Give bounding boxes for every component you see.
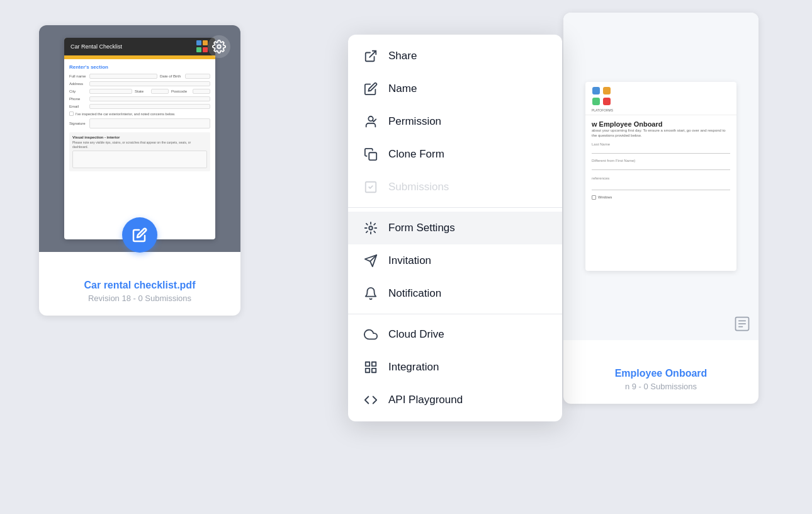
menu-item-integration[interactable]: Integration bbox=[348, 351, 562, 384]
form-settings-label: Form Settings bbox=[388, 222, 455, 234]
left-card-preview: Car Rental Checklist Renter's section Fu… bbox=[39, 25, 240, 252]
menu-item-share[interactable]: Share bbox=[348, 40, 562, 72]
integration-label: Integration bbox=[388, 361, 439, 374]
clone-label: Clone Form bbox=[388, 148, 444, 161]
right-form-inner: PLATOFORMS w Employee Onboard about your… bbox=[585, 82, 736, 271]
svg-line-5 bbox=[369, 51, 376, 57]
submissions-icon bbox=[363, 180, 378, 195]
menu-item-form-settings[interactable]: Form Settings bbox=[348, 212, 562, 244]
submissions-label: Submissions bbox=[388, 181, 449, 193]
cloud-drive-icon bbox=[363, 327, 378, 342]
checkbox-text: I've inspected the car exterior/interior… bbox=[76, 112, 175, 116]
menu-item-notification[interactable]: Notification bbox=[348, 277, 562, 310]
name-icon bbox=[363, 81, 378, 96]
menu-divider-2 bbox=[348, 314, 562, 314]
svg-rect-14 bbox=[366, 368, 369, 372]
svg-point-9 bbox=[369, 226, 373, 230]
share-label: Share bbox=[388, 50, 417, 62]
invitation-label: Invitation bbox=[388, 254, 431, 267]
menu-divider-1 bbox=[348, 207, 562, 208]
visual-section: Visual inspection - interior Please note… bbox=[69, 132, 210, 171]
share-icon bbox=[363, 49, 378, 64]
form-preview: Car Rental Checklist Renter's section Fu… bbox=[64, 38, 215, 239]
cloud-drive-label: Cloud Drive bbox=[388, 328, 444, 341]
menu-item-api[interactable]: API Playground bbox=[348, 384, 562, 416]
permission-label: Permission bbox=[388, 115, 441, 128]
name-label: Name bbox=[388, 83, 417, 95]
menu-item-cloud-drive[interactable]: Cloud Drive bbox=[348, 318, 562, 351]
form-preview-title: Car Rental Checklist bbox=[70, 43, 122, 50]
notification-icon bbox=[363, 286, 378, 301]
svg-rect-7 bbox=[369, 152, 376, 160]
permission-icon bbox=[363, 114, 378, 129]
svg-rect-15 bbox=[372, 368, 376, 372]
left-card-subtitle: Revision 18 - 0 Submissions bbox=[49, 294, 230, 303]
left-card-title: Car rental checklist.pdf bbox=[49, 280, 230, 291]
clone-icon bbox=[363, 147, 378, 162]
menu-item-name[interactable]: Name bbox=[348, 72, 562, 105]
notification-label: Notification bbox=[388, 287, 441, 300]
form-section-title: Renter's section bbox=[69, 64, 210, 70]
form-settings-icon bbox=[363, 220, 378, 236]
left-card-info: Car rental checklist.pdf Revision 18 - 0… bbox=[39, 252, 240, 316]
context-menu: Share Name Permission C bbox=[348, 35, 562, 421]
edit-fab[interactable] bbox=[122, 217, 157, 253]
invitation-icon bbox=[363, 253, 378, 268]
api-icon bbox=[363, 392, 378, 408]
svg-rect-13 bbox=[372, 362, 376, 366]
pdf-badge bbox=[733, 315, 751, 333]
right-card-subtitle: n 9 - 0 Submissions bbox=[573, 382, 748, 391]
svg-point-0 bbox=[217, 45, 221, 49]
gear-button[interactable] bbox=[208, 35, 230, 58]
right-card-info: Employee Onboard n 9 - 0 Submissions bbox=[563, 340, 758, 404]
menu-item-invitation[interactable]: Invitation bbox=[348, 244, 562, 277]
right-card-preview: PLATOFORMS w Employee Onboard about your… bbox=[563, 13, 758, 340]
left-card: Car Rental Checklist Renter's section Fu… bbox=[39, 25, 240, 316]
form-header-icon bbox=[196, 40, 209, 53]
right-card-title: Employee Onboard bbox=[573, 368, 748, 379]
menu-item-permission[interactable]: Permission bbox=[348, 105, 562, 138]
api-label: API Playground bbox=[388, 394, 463, 406]
right-card: PLATOFORMS w Employee Onboard about your… bbox=[563, 13, 758, 404]
menu-item-submissions: Submissions bbox=[348, 171, 562, 203]
menu-item-clone[interactable]: Clone Form bbox=[348, 138, 562, 171]
svg-rect-12 bbox=[366, 362, 369, 366]
integration-icon bbox=[363, 360, 378, 375]
